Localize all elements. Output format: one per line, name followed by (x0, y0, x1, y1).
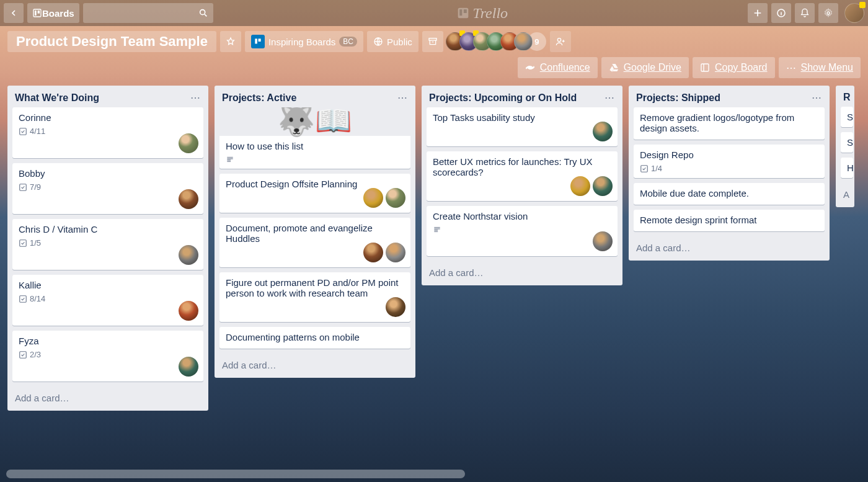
checklist-count: 2/3 (30, 350, 41, 359)
list-menu-button[interactable]: ⋯ (397, 92, 408, 104)
checklist-icon (19, 350, 27, 359)
list-title[interactable]: Projects: Upcoming or On Hold (429, 92, 577, 104)
archive-button[interactable] (422, 31, 443, 52)
card-title: Figure out permanent PD and/or PM point … (226, 277, 404, 298)
list-peek[interactable]: R S S H A (836, 86, 854, 207)
list-menu-button[interactable]: ⋯ (190, 92, 201, 104)
card-member-avatar[interactable] (363, 188, 383, 208)
card[interactable]: Remote design sprint format (634, 210, 825, 231)
checklist-count: 4/11 (30, 127, 45, 136)
trello-logo[interactable]: Trello (457, 5, 508, 22)
description-icon (433, 225, 441, 234)
card-title: Top Tasks usability study (433, 112, 611, 123)
list-title[interactable]: Projects: Shipped (636, 92, 720, 104)
card[interactable]: Chris D / Vitamin C 1/5 (12, 219, 203, 270)
card-member-avatar[interactable] (593, 176, 613, 196)
svg-rect-6 (463, 9, 466, 13)
board-title[interactable]: Product Design Team Sample (7, 31, 216, 52)
member-avatar[interactable] (514, 32, 533, 51)
search-input[interactable] (83, 3, 213, 23)
add-card-button[interactable]: A (836, 183, 854, 207)
svg-rect-15 (20, 128, 27, 135)
list-menu-button[interactable]: ⋯ (812, 92, 822, 104)
board-canvas[interactable]: What We're Doing⋯ Corinne 4/11 Bobby 7/9… (0, 79, 868, 467)
card[interactable]: Fyza 2/3 (12, 331, 203, 382)
card-member-avatar[interactable] (386, 188, 405, 208)
checklist-icon (19, 295, 27, 303)
add-card-button[interactable]: Add a card… (422, 261, 622, 285)
card-member-avatar[interactable] (570, 176, 590, 196)
card[interactable]: Mobile due date complete. (634, 183, 825, 205)
card[interactable]: Create Northstar vision (427, 206, 618, 256)
back-button[interactable] (4, 3, 24, 23)
list-title[interactable]: What We're Doing (15, 92, 99, 104)
visibility-button[interactable]: Public (367, 31, 418, 52)
copy-board-button[interactable]: Copy Board (693, 57, 775, 78)
card-member-avatar[interactable] (179, 133, 198, 153)
card[interactable]: Design Repo 1/4 (634, 145, 825, 178)
card[interactable]: S (841, 132, 853, 153)
list-menu-button[interactable]: ⋯ (604, 92, 615, 104)
boards-button[interactable]: Boards (27, 3, 79, 23)
settings-button[interactable] (818, 3, 838, 23)
card-member-avatar[interactable] (386, 243, 405, 262)
card[interactable]: Kallie 8/14 (12, 275, 203, 326)
card-title: Documenting patterns on mobile (226, 332, 404, 342)
board-icon (32, 8, 42, 18)
show-menu-button[interactable]: ⋯Show Menu (779, 57, 861, 78)
svg-rect-12 (429, 38, 436, 40)
checklist-icon (640, 164, 649, 173)
card-member-avatar[interactable] (363, 243, 383, 262)
add-card-button[interactable]: Add a card… (629, 236, 830, 261)
globe-icon (373, 37, 383, 47)
gdrive-button[interactable]: Google Drive (601, 57, 689, 78)
team-logo-icon (251, 35, 265, 48)
list-projects-shipped: Projects: Shipped⋯ Remove gradient logos… (629, 86, 830, 261)
card-member-avatar[interactable] (386, 297, 405, 317)
svg-rect-14 (701, 64, 709, 71)
card[interactable]: S (841, 107, 853, 127)
card-title: Kallie (19, 280, 197, 290)
card-title: Design Repo (640, 150, 818, 160)
card-cover: 🐺📖 (219, 107, 410, 136)
card-member-avatar[interactable] (179, 189, 198, 209)
board-header: Product Design Team Sample Inspiring Boa… (0, 26, 868, 55)
card[interactable]: Documenting patterns on mobile (219, 327, 410, 349)
add-member-button[interactable] (550, 31, 571, 52)
card-title: Remote design sprint format (640, 215, 818, 225)
card[interactable]: 🐺📖 How to use this list (219, 107, 410, 169)
card[interactable]: Remove gradient logos/logotype from desi… (634, 107, 825, 140)
svg-point-13 (557, 38, 560, 42)
add-card-button[interactable]: Add a card… (215, 354, 415, 378)
create-button[interactable] (748, 3, 768, 23)
star-icon (226, 37, 236, 47)
add-card-button[interactable]: Add a card… (7, 386, 208, 411)
list-title[interactable]: Projects: Active (222, 92, 296, 104)
star-button[interactable] (220, 31, 241, 52)
card-member-avatar[interactable] (593, 122, 613, 141)
card[interactable]: H (841, 158, 853, 178)
user-avatar[interactable] (844, 3, 864, 23)
card[interactable]: Document, promote and evangelize Huddles (219, 218, 410, 267)
card[interactable]: Product Design Offsite Planning (219, 174, 410, 213)
confluence-button[interactable]: Confluence (518, 57, 598, 78)
team-button[interactable]: Inspiring Boards BC (245, 31, 363, 52)
svg-rect-1 (35, 11, 37, 16)
card[interactable]: Corinne 4/11 (12, 107, 203, 158)
card[interactable]: Top Tasks usability study (427, 107, 618, 146)
card-member-avatar[interactable] (179, 245, 198, 265)
team-badge: BC (339, 37, 357, 47)
info-button[interactable] (771, 3, 791, 23)
top-nav-right (748, 3, 864, 23)
card[interactable]: Figure out permanent PD and/or PM point … (219, 272, 410, 322)
svg-rect-2 (38, 11, 40, 14)
arrow-left-icon (9, 8, 19, 18)
horizontal-scrollbar[interactable] (6, 470, 465, 478)
notifications-button[interactable] (795, 3, 815, 23)
card[interactable]: Bobby 7/9 (12, 163, 203, 214)
card[interactable]: Better UX metrics for launches: Try UX s… (427, 151, 618, 201)
card-member-avatar[interactable] (179, 301, 198, 321)
card-member-avatar[interactable] (179, 357, 198, 377)
card-member-avatar[interactable] (593, 231, 613, 251)
board-members[interactable]: 9 (451, 32, 546, 51)
